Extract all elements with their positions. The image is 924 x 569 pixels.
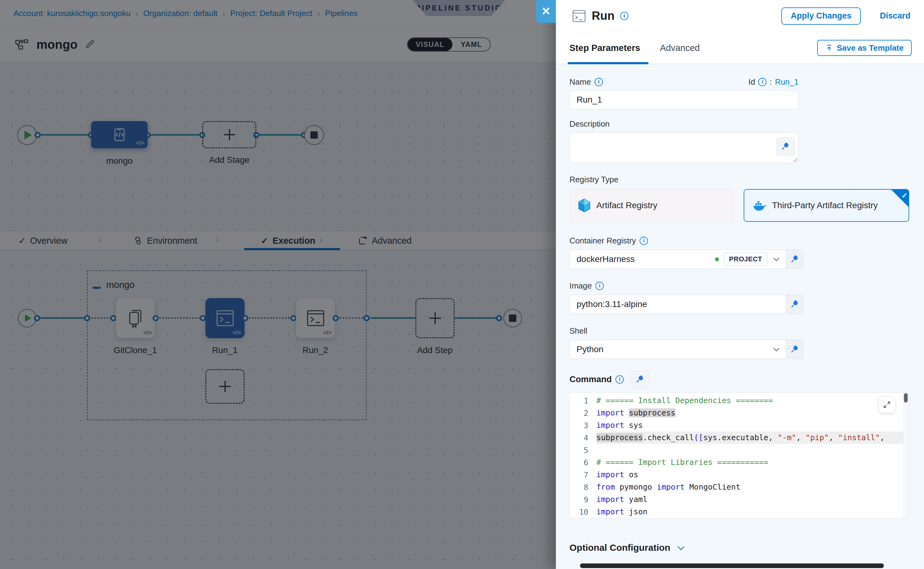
- line-number: 3: [570, 421, 596, 430]
- optional-configuration-toggle[interactable]: Optional Configuration: [570, 542, 909, 553]
- code-line[interactable]: 1# ====== Install Dependencies ========: [570, 394, 908, 407]
- registry-option-third-party[interactable]: Third-Party Artifact Registry: [744, 189, 909, 222]
- container-registry-field: dockerHarness PROJECT: [570, 250, 804, 269]
- image-input[interactable]: [577, 299, 780, 309]
- name-input[interactable]: [570, 90, 799, 110]
- shell-value: Python: [577, 344, 767, 354]
- line-number: 9: [570, 495, 596, 504]
- info-icon[interactable]: [758, 78, 766, 86]
- step-parameters-form: Name Id : Run_1 Description Registry Typ…: [556, 64, 924, 569]
- info-icon[interactable]: [594, 78, 603, 86]
- description-textarea[interactable]: [570, 132, 799, 163]
- code-line[interactable]: 4subprocess.check_call([sys.executable, …: [570, 432, 908, 444]
- image-label-row: Image: [570, 280, 909, 291]
- code-line[interactable]: 7import os: [570, 469, 908, 481]
- artifact-registry-icon: [578, 198, 591, 213]
- command-label-row: Command: [570, 374, 624, 385]
- fullscreen-icon: [883, 400, 891, 409]
- selected-check-icon: [891, 189, 909, 207]
- drawer-tabs: Step Parameters Advanced Save as Templat…: [556, 32, 924, 64]
- pin-input-type-button[interactable]: [786, 340, 803, 359]
- pin-icon: [792, 346, 798, 353]
- registry-type-options: Artifact Registry Third-Party Artifact R…: [570, 189, 909, 222]
- pin-input-type-button[interactable]: [777, 137, 795, 156]
- tab-advanced-panel[interactable]: Advanced: [660, 43, 700, 53]
- name-label: Name: [570, 77, 591, 87]
- close-drawer-button[interactable]: [536, 0, 556, 23]
- docker-icon: [752, 199, 766, 211]
- container-registry-label-row: Container Registry: [570, 235, 909, 246]
- id-row: Id : Run_1: [748, 77, 799, 87]
- pin-icon: [782, 143, 789, 150]
- chevron-down-icon: [773, 255, 780, 261]
- code-line[interactable]: 3import sys: [570, 419, 908, 432]
- info-icon[interactable]: [596, 282, 604, 290]
- modal-backdrop[interactable]: [0, 0, 556, 569]
- registry-type-label: Registry Type: [570, 174, 909, 185]
- chevron-down-icon: [677, 543, 684, 551]
- line-number: 1: [570, 396, 596, 405]
- code-line[interactable]: 10import json: [570, 506, 908, 518]
- code-line[interactable]: 9import yaml: [570, 493, 908, 506]
- connector-status-dot: [715, 257, 719, 261]
- image-field: [570, 295, 804, 314]
- scope-badge: PROJECT: [724, 253, 767, 266]
- code-line[interactable]: 8from pymongo import MongoClient: [570, 481, 908, 493]
- shell-field: Python: [570, 340, 804, 359]
- line-number: 6: [570, 458, 596, 467]
- panel-horizontal-scrollbar-thumb[interactable]: [580, 563, 884, 568]
- run-step-icon: [572, 9, 586, 23]
- command-code-editor[interactable]: 1# ====== Install Dependencies ========2…: [570, 392, 909, 518]
- pin-input-type-button[interactable]: [786, 250, 803, 268]
- pin-icon: [792, 256, 798, 263]
- info-icon[interactable]: [615, 375, 624, 383]
- id-value[interactable]: Run_1: [775, 77, 799, 87]
- save-as-template-label: Save as Template: [837, 43, 904, 53]
- pin-input-type-button[interactable]: [786, 295, 803, 313]
- code-line[interactable]: 6# ====== Import Libraries ===========: [570, 456, 908, 469]
- editor-scrollbar-thumb[interactable]: [904, 393, 907, 403]
- pin-icon: [637, 376, 644, 383]
- drawer-title: Run: [592, 9, 615, 23]
- code-line[interactable]: 2import subprocess: [570, 407, 908, 419]
- registry-option-artifact[interactable]: Artifact Registry: [570, 189, 734, 222]
- registry-option-label: Artifact Registry: [596, 201, 658, 210]
- container-registry-select[interactable]: dockerHarness PROJECT: [570, 250, 786, 268]
- apply-changes-button[interactable]: Apply Changes: [781, 8, 861, 25]
- shell-label: Shell: [570, 326, 909, 336]
- drawer-header: Run Apply Changes Discard: [556, 0, 924, 32]
- line-number: 4: [570, 434, 596, 442]
- expand-editor-button[interactable]: [878, 396, 895, 413]
- info-icon[interactable]: [640, 237, 648, 245]
- code-line[interactable]: 5: [570, 444, 908, 456]
- chevron-down-icon: [773, 345, 780, 351]
- editor-scrollbar[interactable]: [903, 393, 908, 518]
- name-label-row: Name: [570, 77, 603, 87]
- info-icon[interactable]: [620, 12, 628, 20]
- line-number: 7: [570, 470, 596, 479]
- discard-button[interactable]: Discard: [880, 11, 910, 21]
- container-registry-value: dockerHarness: [577, 254, 710, 264]
- registry-option-label: Third-Party Artifact Registry: [772, 201, 878, 210]
- image-label: Image: [570, 281, 592, 291]
- line-number: 5: [570, 446, 596, 455]
- code-lines: 1# ====== Install Dependencies ========2…: [570, 394, 908, 518]
- pin-input-type-button[interactable]: [631, 371, 650, 388]
- shell-select[interactable]: Python: [570, 340, 786, 359]
- active-tab-underline: [568, 62, 649, 64]
- line-number: 2: [570, 409, 596, 418]
- line-number: 10: [570, 508, 596, 516]
- pin-icon: [792, 301, 798, 308]
- command-label: Command: [570, 374, 612, 384]
- upload-icon: [825, 44, 833, 52]
- optional-configuration-label: Optional Configuration: [570, 542, 670, 553]
- description-label: Description: [570, 119, 909, 129]
- save-as-template-button[interactable]: Save as Template: [817, 40, 912, 56]
- container-registry-label: Container Registry: [570, 236, 636, 246]
- id-separator: :: [770, 77, 772, 87]
- tab-step-parameters[interactable]: Step Parameters: [570, 43, 640, 53]
- id-label: Id: [748, 77, 755, 87]
- line-number: 8: [570, 483, 596, 492]
- step-config-drawer: Run Apply Changes Discard Step Parameter…: [556, 0, 924, 569]
